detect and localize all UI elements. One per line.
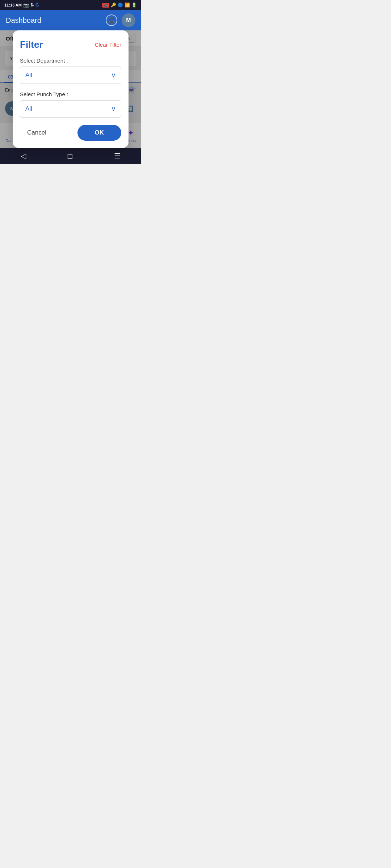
wifi-icon: 📶 [125, 3, 130, 8]
department-value: All [25, 72, 32, 79]
ok-button[interactable]: OK [77, 125, 122, 141]
cancel-button[interactable]: Cancel [20, 126, 54, 139]
headset-icon: 🎧 [108, 17, 115, 24]
battery-icon: 🔋 [131, 3, 137, 8]
key-icon: 🔑 [111, 3, 116, 8]
punch-type-label: Select Punch Type : [20, 91, 121, 97]
avatar[interactable]: M [122, 13, 135, 27]
video-icon: 📷 [23, 3, 29, 8]
home-button[interactable]: ◻ [67, 152, 73, 160]
punch-type-value: All [25, 105, 32, 112]
time-display: 11:13 AM [4, 3, 22, 7]
record-icon: 📹 [102, 3, 109, 8]
modal-title: Filter [20, 39, 43, 50]
back-button[interactable]: ◁ [21, 152, 26, 160]
bluetooth-icon: 🔵 [118, 3, 123, 8]
app-header: Dashboard 🎧 M [0, 10, 141, 30]
clear-filter-button[interactable]: Clear Filter [95, 42, 121, 48]
filter-modal: Filter Clear Filter Select Department : … [13, 30, 129, 148]
page-title: Dashboard [6, 16, 41, 25]
headset-button[interactable]: 🎧 [106, 14, 117, 26]
google-g-icon: G [35, 3, 39, 8]
status-bar: 11:13 AM 📷 ⇅ G 📹 🔑 🔵 📶 🔋 [0, 0, 141, 10]
department-select[interactable]: All ∨ [20, 67, 121, 84]
system-nav-bar: ◁ ◻ ☰ [0, 148, 141, 164]
department-chevron-icon: ∨ [111, 71, 116, 79]
punch-type-chevron-icon: ∨ [111, 105, 116, 113]
punch-type-select[interactable]: All ∨ [20, 100, 121, 118]
modal-overlay: Filter Clear Filter Select Department : … [0, 30, 141, 148]
recents-button[interactable]: ☰ [114, 152, 121, 160]
avatar-initial: M [126, 17, 131, 24]
data-icon: ⇅ [30, 3, 34, 8]
department-label: Select Department : [20, 58, 121, 64]
